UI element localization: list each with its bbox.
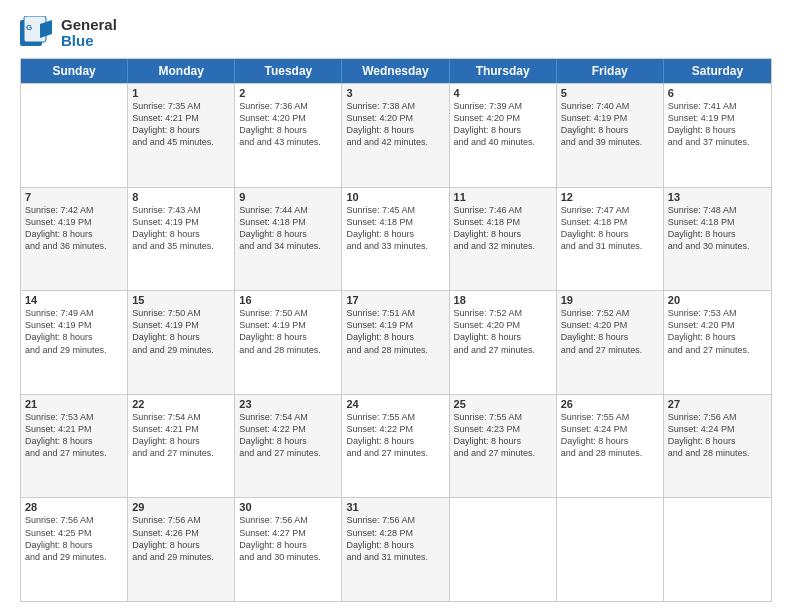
calendar-cell: 27Sunrise: 7:56 AMSunset: 4:24 PMDayligh… (664, 395, 771, 498)
sunset-text: Sunset: 4:20 PM (454, 112, 552, 124)
calendar-cell: 19Sunrise: 7:52 AMSunset: 4:20 PMDayligh… (557, 291, 664, 394)
sunrise-text: Sunrise: 7:56 AM (239, 514, 337, 526)
daylight-minutes-text: and and 27 minutes. (346, 447, 444, 459)
sunrise-text: Sunrise: 7:46 AM (454, 204, 552, 216)
calendar-row: 7Sunrise: 7:42 AMSunset: 4:19 PMDaylight… (21, 187, 771, 291)
daylight-minutes-text: and and 36 minutes. (25, 240, 123, 252)
day-number: 1 (132, 87, 230, 99)
daylight-minutes-text: and and 32 minutes. (454, 240, 552, 252)
daylight-minutes-text: and and 29 minutes. (132, 344, 230, 356)
daylight-text: Daylight: 8 hours (25, 435, 123, 447)
day-number: 24 (346, 398, 444, 410)
sunset-text: Sunset: 4:26 PM (132, 527, 230, 539)
sunrise-text: Sunrise: 7:48 AM (668, 204, 767, 216)
sunset-text: Sunset: 4:22 PM (346, 423, 444, 435)
daylight-text: Daylight: 8 hours (346, 124, 444, 136)
sunrise-text: Sunrise: 7:50 AM (239, 307, 337, 319)
daylight-minutes-text: and and 27 minutes. (132, 447, 230, 459)
day-number: 2 (239, 87, 337, 99)
daylight-minutes-text: and and 28 minutes. (239, 344, 337, 356)
calendar-cell: 25Sunrise: 7:55 AMSunset: 4:23 PMDayligh… (450, 395, 557, 498)
day-number: 3 (346, 87, 444, 99)
sunset-text: Sunset: 4:20 PM (346, 112, 444, 124)
sunset-text: Sunset: 4:18 PM (346, 216, 444, 228)
sunset-text: Sunset: 4:18 PM (239, 216, 337, 228)
daylight-minutes-text: and and 28 minutes. (668, 447, 767, 459)
calendar-cell: 10Sunrise: 7:45 AMSunset: 4:18 PMDayligh… (342, 188, 449, 291)
day-number: 19 (561, 294, 659, 306)
day-number: 20 (668, 294, 767, 306)
daylight-text: Daylight: 8 hours (454, 435, 552, 447)
day-number: 12 (561, 191, 659, 203)
daylight-text: Daylight: 8 hours (454, 228, 552, 240)
sunrise-text: Sunrise: 7:52 AM (561, 307, 659, 319)
daylight-minutes-text: and and 33 minutes. (346, 240, 444, 252)
calendar-cell: 11Sunrise: 7:46 AMSunset: 4:18 PMDayligh… (450, 188, 557, 291)
sunrise-text: Sunrise: 7:56 AM (346, 514, 444, 526)
sunrise-text: Sunrise: 7:44 AM (239, 204, 337, 216)
sunrise-text: Sunrise: 7:40 AM (561, 100, 659, 112)
daylight-text: Daylight: 8 hours (25, 228, 123, 240)
daylight-minutes-text: and and 31 minutes. (561, 240, 659, 252)
sunset-text: Sunset: 4:20 PM (239, 112, 337, 124)
calendar-cell: 6Sunrise: 7:41 AMSunset: 4:19 PMDaylight… (664, 84, 771, 187)
weekday-header: Sunday (21, 59, 128, 83)
calendar-cell: 15Sunrise: 7:50 AMSunset: 4:19 PMDayligh… (128, 291, 235, 394)
daylight-minutes-text: and and 27 minutes. (239, 447, 337, 459)
daylight-minutes-text: and and 29 minutes. (132, 551, 230, 563)
daylight-text: Daylight: 8 hours (668, 331, 767, 343)
sunset-text: Sunset: 4:25 PM (25, 527, 123, 539)
daylight-text: Daylight: 8 hours (561, 331, 659, 343)
sunset-text: Sunset: 4:18 PM (668, 216, 767, 228)
sunset-text: Sunset: 4:19 PM (668, 112, 767, 124)
day-number: 30 (239, 501, 337, 513)
sunset-text: Sunset: 4:20 PM (561, 319, 659, 331)
sunrise-text: Sunrise: 7:55 AM (561, 411, 659, 423)
day-number: 11 (454, 191, 552, 203)
sunrise-text: Sunrise: 7:53 AM (668, 307, 767, 319)
calendar-cell: 17Sunrise: 7:51 AMSunset: 4:19 PMDayligh… (342, 291, 449, 394)
calendar-cell: 21Sunrise: 7:53 AMSunset: 4:21 PMDayligh… (21, 395, 128, 498)
sunset-text: Sunset: 4:18 PM (454, 216, 552, 228)
daylight-minutes-text: and and 45 minutes. (132, 136, 230, 148)
daylight-text: Daylight: 8 hours (239, 331, 337, 343)
day-number: 9 (239, 191, 337, 203)
sunset-text: Sunset: 4:19 PM (132, 319, 230, 331)
sunrise-text: Sunrise: 7:55 AM (454, 411, 552, 423)
daylight-text: Daylight: 8 hours (132, 331, 230, 343)
sunset-text: Sunset: 4:23 PM (454, 423, 552, 435)
logo: G General Blue (20, 16, 117, 50)
sunrise-text: Sunrise: 7:38 AM (346, 100, 444, 112)
day-number: 25 (454, 398, 552, 410)
daylight-minutes-text: and and 28 minutes. (561, 447, 659, 459)
weekday-header: Wednesday (342, 59, 449, 83)
daylight-minutes-text: and and 27 minutes. (25, 447, 123, 459)
daylight-text: Daylight: 8 hours (668, 124, 767, 136)
daylight-minutes-text: and and 29 minutes. (25, 344, 123, 356)
sunset-text: Sunset: 4:19 PM (239, 319, 337, 331)
daylight-minutes-text: and and 40 minutes. (454, 136, 552, 148)
calendar-row: 1Sunrise: 7:35 AMSunset: 4:21 PMDaylight… (21, 83, 771, 187)
calendar-cell: 8Sunrise: 7:43 AMSunset: 4:19 PMDaylight… (128, 188, 235, 291)
sunset-text: Sunset: 4:19 PM (25, 216, 123, 228)
sunset-text: Sunset: 4:18 PM (561, 216, 659, 228)
logo-icon: G (20, 16, 58, 50)
calendar-cell: 29Sunrise: 7:56 AMSunset: 4:26 PMDayligh… (128, 498, 235, 601)
calendar-cell (557, 498, 664, 601)
calendar-cell (21, 84, 128, 187)
daylight-text: Daylight: 8 hours (561, 228, 659, 240)
daylight-minutes-text: and and 30 minutes. (668, 240, 767, 252)
calendar-row: 14Sunrise: 7:49 AMSunset: 4:19 PMDayligh… (21, 290, 771, 394)
calendar-cell (450, 498, 557, 601)
sunset-text: Sunset: 4:19 PM (132, 216, 230, 228)
daylight-minutes-text: and and 34 minutes. (239, 240, 337, 252)
calendar-cell: 20Sunrise: 7:53 AMSunset: 4:20 PMDayligh… (664, 291, 771, 394)
daylight-text: Daylight: 8 hours (25, 539, 123, 551)
day-number: 29 (132, 501, 230, 513)
sunset-text: Sunset: 4:21 PM (25, 423, 123, 435)
day-number: 22 (132, 398, 230, 410)
daylight-text: Daylight: 8 hours (668, 435, 767, 447)
calendar-row: 28Sunrise: 7:56 AMSunset: 4:25 PMDayligh… (21, 497, 771, 601)
weekday-header: Friday (557, 59, 664, 83)
sunrise-text: Sunrise: 7:54 AM (132, 411, 230, 423)
